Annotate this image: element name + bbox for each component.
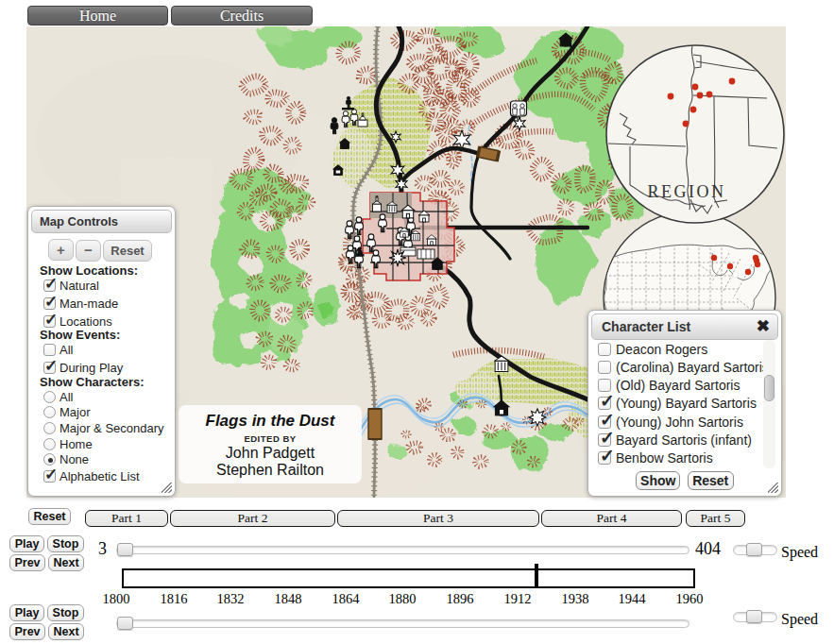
svg-text:REGION: REGION	[648, 182, 726, 201]
